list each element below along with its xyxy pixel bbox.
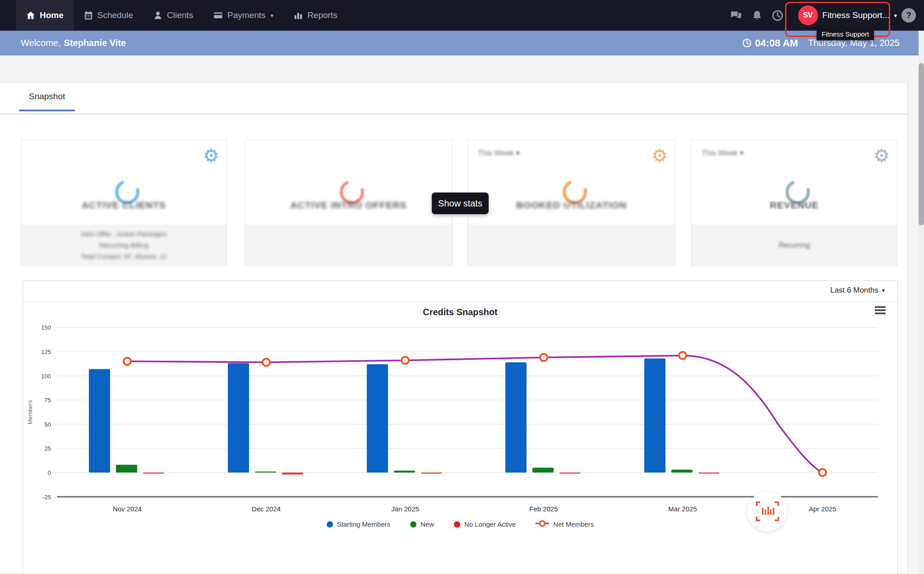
tooltip-text: Fitness Support <box>822 30 869 38</box>
nav-item-label: Schedule <box>97 10 133 20</box>
card-active-clients: ⚙ ACTIVE CLIENTS Intro Offer , Active Pa… <box>21 140 227 266</box>
card-booked-utilization: This Week ▾ ⚙ BOOKED UTILIZATION <box>467 140 675 266</box>
card-title: REVENUE <box>692 200 897 211</box>
gear-icon[interactable]: ⚙ <box>651 147 668 165</box>
svg-text:0: 0 <box>48 469 51 476</box>
card-footer: Intro Offer , Active Packages Recurring … <box>21 225 226 266</box>
footer-line: Recurring <box>779 239 810 251</box>
nav-item-reports[interactable]: Reports <box>283 0 347 31</box>
greeting-user-name: Stephanie Vite <box>64 38 126 48</box>
nav-right: SV Fitness Support... ▾ ? <box>726 0 924 31</box>
legend-label: No Longer Active <box>464 520 516 528</box>
svg-text:50: 50 <box>45 421 51 428</box>
nav-item-label: Clients <box>167 10 193 20</box>
person-icon <box>153 10 163 20</box>
card-title: ACTIVE INTRO OFFERS <box>245 200 452 211</box>
card-body: ⚙ ACTIVE CLIENTS <box>21 140 226 225</box>
credits-snapshot-panel: Last 6 Months ▾ Credits Snapshot 1501251… <box>23 280 898 574</box>
welcome-message: Welcome, Stephanie Vite <box>21 31 126 55</box>
svg-text:-25: -25 <box>42 494 51 501</box>
legend-dot-icon <box>454 521 460 528</box>
tab-snapshot[interactable]: Snapshot <box>19 92 75 111</box>
nav-item-label: Home <box>40 10 64 20</box>
card-footer: Recurring <box>692 225 897 266</box>
svg-text:Mar 2025: Mar 2025 <box>668 505 697 513</box>
question-mark-icon: ? <box>906 10 911 20</box>
nav-item-payments[interactable]: Payments ▾ <box>203 0 283 31</box>
svg-text:100: 100 <box>41 373 51 380</box>
legend-dot-icon <box>410 521 416 528</box>
card-title: ACTIVE CLIENTS <box>21 200 226 211</box>
clock-icon <box>772 9 784 22</box>
footer-line: Total Contact: 97, Alumni: 12 <box>81 251 167 262</box>
calendar-icon <box>83 10 93 20</box>
avatar: SV <box>798 5 818 25</box>
loading-logo-badge <box>748 491 787 531</box>
nav-item-clients[interactable]: Clients <box>143 0 203 31</box>
period-dropdown[interactable]: This Week ▾ <box>478 148 520 158</box>
chat-icon <box>730 9 742 22</box>
card-active-intro-offers: ACTIVE INTRO OFFERS <box>245 140 453 266</box>
card-body: This Week ▾ ⚙ BOOKED UTILIZATION <box>468 140 675 225</box>
legend-label: New <box>420 520 434 528</box>
nav-item-label: Payments <box>227 10 265 20</box>
legend-dot-icon <box>327 521 333 528</box>
svg-text:75: 75 <box>45 397 51 404</box>
tab-row: Snapshot <box>0 83 907 115</box>
svg-text:150: 150 <box>41 324 51 331</box>
gear-icon[interactable]: ⚙ <box>203 147 219 165</box>
svg-text:Nov 2024: Nov 2024 <box>113 505 142 513</box>
legend-item-net-members: Net Members <box>536 520 594 528</box>
footer-line: Recurring Billing <box>99 239 148 251</box>
footer-line: Intro Offer , Active Packages <box>81 228 167 239</box>
nav-item-home[interactable]: Home <box>16 0 74 31</box>
help-button[interactable]: ? <box>901 8 916 23</box>
bell-icon <box>751 9 763 22</box>
legend-item-new: New <box>410 520 434 528</box>
current-time: 04:08 AM <box>755 37 798 49</box>
nav-item-schedule[interactable]: Schedule <box>74 0 143 31</box>
show-stats-button[interactable]: Show stats <box>432 193 489 214</box>
card-revenue: This Week ▾ ⚙ REVENUE Recurring <box>691 140 897 266</box>
card-body: This Week ▾ ⚙ REVENUE <box>692 140 897 225</box>
card-body: ACTIVE INTRO OFFERS <box>245 140 452 225</box>
nav-item-label: Reports <box>307 10 337 20</box>
user-menu[interactable]: SV Fitness Support... ▾ <box>798 5 897 25</box>
welcome-bar: Welcome, Stephanie Vite 04:08 AM Thursda… <box>0 31 919 55</box>
svg-text:Feb 2025: Feb 2025 <box>529 505 558 513</box>
chevron-down-icon: ▾ <box>516 149 520 157</box>
barcode-logo-icon <box>756 501 779 521</box>
scrollbar-track <box>919 31 924 574</box>
greeting-text: Welcome, <box>21 38 61 48</box>
home-icon <box>26 10 36 20</box>
chat-button[interactable] <box>726 5 747 26</box>
chevron-down-icon: ▾ <box>271 12 274 19</box>
svg-text:Jan 2025: Jan 2025 <box>391 505 419 513</box>
clock-icon <box>742 38 752 48</box>
chevron-down-icon: ▾ <box>894 12 897 19</box>
credit-card-icon <box>213 10 223 20</box>
top-nav: Home Schedule Clients Payments ▾ Reports <box>0 0 924 31</box>
nav-items: Home Schedule Clients Payments ▾ Reports <box>0 0 347 31</box>
chevron-down-icon: ▾ <box>740 149 744 157</box>
user-name: Fitness Support... <box>822 10 890 20</box>
legend-label: Starting Members <box>337 520 390 528</box>
user-tooltip: Fitness Support <box>817 28 874 40</box>
legend-item-no-longer-active: No Longer Active <box>454 520 516 528</box>
bar-chart-icon <box>293 10 303 20</box>
gear-icon[interactable]: ⚙ <box>873 147 890 165</box>
svg-text:25: 25 <box>45 445 51 452</box>
notifications-button[interactable] <box>747 5 767 26</box>
svg-text:Members: Members <box>27 400 33 424</box>
svg-text:Apr 2025: Apr 2025 <box>809 505 836 513</box>
period-dropdown[interactable]: This Week ▾ <box>702 148 744 158</box>
legend-label: Net Members <box>553 520 594 528</box>
legend-item-starting-members: Starting Members <box>327 520 390 528</box>
card-title: BOOKED UTILIZATION <box>468 200 675 211</box>
time-display: 04:08 AM <box>742 37 798 49</box>
dashboard-page: Home Schedule Clients Payments ▾ Reports <box>0 0 924 574</box>
svg-text:125: 125 <box>41 349 51 355</box>
history-button[interactable] <box>767 5 788 26</box>
legend-line-marker-icon <box>536 520 549 528</box>
scrollbar-thumb[interactable] <box>919 63 924 225</box>
